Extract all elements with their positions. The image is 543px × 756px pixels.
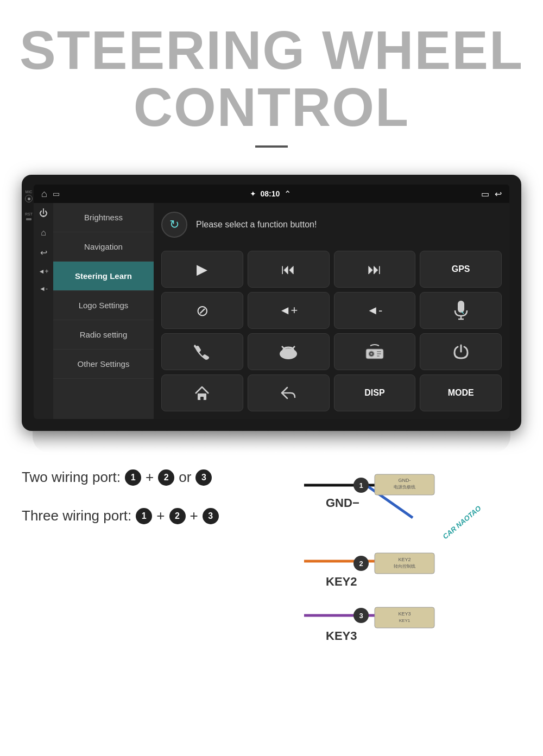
left-icons: ⏻ ⌂ ↩ ◄+ ◄-: [34, 203, 53, 419]
title-divider: [255, 145, 288, 148]
status-center: ✦ 08:10 ⌃: [250, 189, 292, 199]
play-button[interactable]: ▶: [161, 251, 243, 288]
home-ctrl-button[interactable]: [161, 374, 243, 411]
svg-rect-0: [458, 301, 464, 313]
prev-button[interactable]: ⏮: [248, 251, 330, 288]
wiring-section: Two wiring port: 1 + 2 or 3 Three wiring…: [0, 453, 543, 562]
control-panel: ↻ Please select a function button! ▶ ⏮ ⏭…: [154, 203, 509, 419]
status-bar: ⌂ ▭ ✦ 08:10 ⌃ ▭ ↩: [34, 185, 509, 203]
radio-button[interactable]: [334, 333, 416, 370]
rst-label: RST: [25, 212, 33, 216]
mic-button[interactable]: [420, 292, 502, 329]
refresh-button[interactable]: ↻: [161, 212, 187, 238]
device-reflection: [33, 431, 510, 453]
disp-button[interactable]: DISP: [334, 374, 416, 411]
device-outer: MIC RST ⌂ ▭ ✦ 08:10 ⌃ ▭: [22, 175, 521, 431]
menu-sidebar: Brightness Navigation Steering Learn Log…: [53, 203, 154, 419]
phone-answer-button[interactable]: [161, 333, 243, 370]
menu-item-brightness[interactable]: Brightness: [53, 203, 154, 232]
svg-text:GND−: GND−: [326, 496, 359, 510]
svg-text:3: 3: [359, 612, 363, 620]
menu-item-other-settings[interactable]: Other Settings: [53, 350, 154, 379]
power-button[interactable]: ⏻: [39, 208, 48, 218]
svg-text:KEY1: KEY1: [399, 618, 411, 623]
svg-text:GND-: GND-: [399, 478, 411, 483]
svg-line-5: [282, 346, 284, 348]
control-header: ↻ Please select a function button!: [159, 208, 504, 241]
svg-text:CAR NAOTAO: CAR NAOTAO: [441, 504, 482, 541]
wiring-text: Two wiring port: 1 + 2 or 3 Three wiring…: [22, 469, 272, 524]
circle-3b: 3: [203, 508, 219, 524]
circle-2: 2: [158, 469, 174, 486]
vol-up-button[interactable]: ◄+: [248, 292, 330, 329]
page-title: STEERING WHEEL CONTROL: [11, 22, 532, 136]
bluetooth-icon: ✦: [250, 189, 256, 198]
three-port-row: Three wiring port: 1 + 2 + 3: [22, 507, 272, 524]
button-grid: ▶ ⏮ ⏭ GPS ⊘ ◄+ ◄-: [159, 249, 504, 414]
svg-rect-22: [375, 553, 434, 574]
wiring-diagram: GND- 电源负极线 KEY2 转向控制线 KEY3 KEY1 1 2 3 GN…: [304, 453, 532, 659]
back-hw-button[interactable]: ↩: [40, 247, 47, 258]
circle-1b: 1: [136, 508, 152, 524]
menu-item-logo-settings[interactable]: Logo Settings: [53, 291, 154, 320]
two-port-row: Two wiring port: 1 + 2 or 3: [22, 469, 272, 486]
svg-text:KEY2: KEY2: [398, 557, 411, 562]
rst-button[interactable]: [26, 218, 31, 220]
title-section: STEERING WHEEL CONTROL: [0, 0, 543, 175]
mute-button[interactable]: ⊘: [161, 292, 243, 329]
device-wrapper: MIC RST ⌂ ▭ ✦ 08:10 ⌃ ▭: [22, 175, 521, 453]
device-side-labels: MIC RST: [25, 190, 33, 220]
svg-rect-25: [375, 607, 434, 628]
mic-label: MIC: [26, 190, 33, 194]
svg-rect-10: [377, 351, 381, 352]
back-nav-icon[interactable]: ↩: [495, 189, 502, 199]
svg-text:电源负极线: 电源负极线: [394, 485, 415, 490]
main-content: ⏻ ⌂ ↩ ◄+ ◄- Brightness Navigation Steeri…: [34, 203, 509, 419]
svg-text:2: 2: [359, 560, 363, 568]
gps-button[interactable]: GPS: [420, 251, 502, 288]
vol-down-button[interactable]: ◄-: [334, 292, 416, 329]
status-time: 08:10: [261, 189, 280, 198]
circle-2b: 2: [169, 508, 186, 524]
svg-text:转向控制线: 转向控制线: [394, 564, 415, 569]
svg-line-6: [293, 346, 295, 348]
vol-down-hw-button[interactable]: ◄-: [39, 285, 48, 293]
circle-1: 1: [125, 469, 141, 486]
svg-text:KEY3: KEY3: [398, 611, 411, 617]
vol-up-hw-button[interactable]: ◄+: [39, 268, 49, 275]
menu-item-navigation[interactable]: Navigation: [53, 232, 154, 262]
svg-text:1: 1: [359, 481, 363, 490]
power-ctrl-button[interactable]: [420, 333, 502, 370]
status-left: ⌂ ▭: [41, 188, 60, 200]
screen: ⌂ ▭ ✦ 08:10 ⌃ ▭ ↩ ⏻ ⌂ ↩: [34, 185, 509, 419]
svg-rect-11: [377, 353, 381, 354]
two-port-label: Two wiring port:: [22, 469, 121, 486]
mic-indicator: [25, 195, 33, 202]
back-ctrl-button[interactable]: [248, 374, 330, 411]
status-right: ▭ ↩: [481, 189, 502, 199]
control-prompt: Please select a function button!: [196, 220, 317, 230]
home-hw-button[interactable]: ⌂: [41, 228, 46, 238]
window-icon[interactable]: ▭: [481, 189, 489, 199]
recent-icon[interactable]: ▭: [53, 189, 60, 198]
next-button[interactable]: ⏭: [334, 251, 416, 288]
circle-3: 3: [195, 469, 212, 486]
mode-button[interactable]: MODE: [420, 374, 502, 411]
signal-icon: ⌃: [284, 189, 291, 199]
svg-text:KEY3: KEY3: [326, 629, 357, 643]
svg-point-4: [280, 348, 297, 359]
menu-item-radio-setting[interactable]: Radio setting: [53, 320, 154, 350]
svg-text:KEY2: KEY2: [326, 575, 357, 588]
svg-point-9: [370, 353, 372, 355]
home-icon[interactable]: ⌂: [41, 188, 47, 200]
three-port-label: Three wiring port:: [22, 507, 131, 524]
svg-rect-14: [200, 397, 204, 400]
menu-item-steering-learn[interactable]: Steering Learn: [53, 262, 154, 291]
svg-rect-12: [377, 355, 380, 357]
phone-end-button[interactable]: [248, 333, 330, 370]
